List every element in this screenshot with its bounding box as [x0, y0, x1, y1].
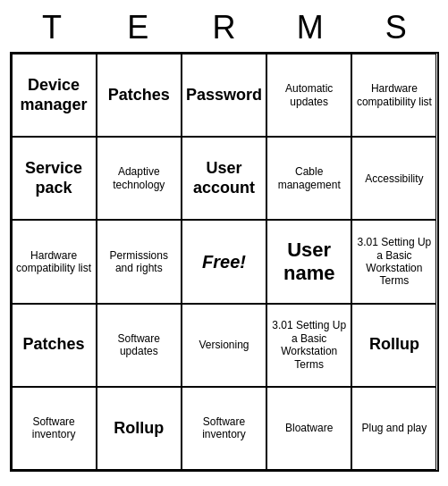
title-letter-e: E [102, 9, 173, 46]
bingo-cell[interactable]: Adaptive technology [97, 137, 182, 220]
bingo-cell[interactable]: Software updates [97, 304, 182, 387]
bingo-cell[interactable]: Accessibility [351, 137, 436, 220]
title-letter-t: T [16, 9, 88, 46]
title-letter-r: R [188, 9, 259, 46]
bingo-cell[interactable]: Rollup [97, 387, 182, 470]
bingo-cell[interactable]: Rollup [351, 304, 436, 387]
bingo-cell[interactable]: Hardware compatibility list [351, 54, 436, 137]
bingo-cell[interactable]: User account [182, 137, 266, 220]
title-row: T E R M S [9, 9, 439, 46]
bingo-cell[interactable]: Patches [97, 54, 182, 137]
bingo-cell[interactable]: User name [266, 220, 351, 303]
bingo-cell[interactable]: Free! [182, 220, 266, 303]
bingo-cell[interactable]: Patches [12, 304, 97, 387]
bingo-cell[interactable]: Automatic updates [266, 54, 351, 137]
title-letter-s: S [360, 9, 432, 46]
bingo-cell[interactable]: 3.01 Setting Up a Basic Workstation Term… [266, 304, 351, 387]
bingo-cell[interactable]: Permissions and rights [97, 220, 182, 303]
bingo-grid: Device managerPatchesPasswordAutomatic u… [10, 52, 439, 472]
bingo-cell[interactable]: Hardware compatibility list [12, 220, 97, 303]
bingo-cell[interactable]: Device manager [12, 54, 97, 137]
bingo-cell[interactable]: Service pack [12, 137, 97, 220]
bingo-cell[interactable]: Plug and play [351, 387, 436, 470]
bingo-cell[interactable]: Versioning [182, 304, 266, 387]
bingo-cell[interactable]: Software inventory [182, 387, 266, 470]
title-letter-m: M [275, 9, 346, 46]
bingo-cell[interactable]: 3.01 Setting Up a Basic Workstation Term… [351, 220, 436, 303]
bingo-cell[interactable]: Password [182, 54, 266, 137]
bingo-cell[interactable]: Software inventory [12, 387, 97, 470]
bingo-cell[interactable]: Bloatware [266, 387, 351, 470]
bingo-cell[interactable]: Cable management [266, 137, 351, 220]
